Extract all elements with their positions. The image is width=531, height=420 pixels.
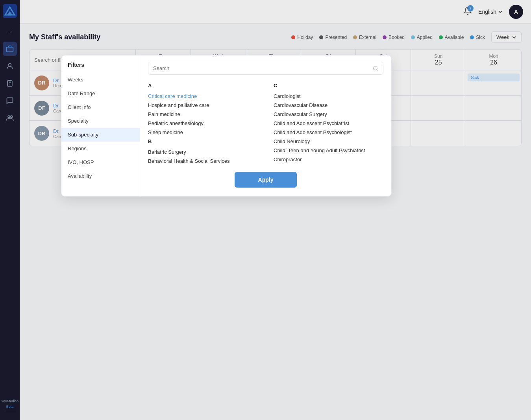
filter-item[interactable]: Sleep medicine bbox=[148, 128, 258, 137]
filter-title: Filters bbox=[61, 62, 140, 73]
filter-sidebar: Filters WeeksDate RangeClient InfoSpecia… bbox=[61, 55, 140, 196]
filter-sidebar-item-ivo--hosp[interactable]: IVO, HOSP bbox=[61, 155, 140, 169]
filter-layout: Filters WeeksDate RangeClient InfoSpecia… bbox=[61, 55, 391, 196]
filter-item[interactable]: Child, Teen and Young Adult Psychiatrist bbox=[274, 146, 383, 155]
apply-button[interactable]: Apply bbox=[235, 172, 297, 188]
filter-sidebar-item-client-info[interactable]: Client Info bbox=[61, 100, 140, 114]
svg-point-12 bbox=[374, 66, 377, 70]
filter-sidebar-item-regions[interactable]: Regions bbox=[61, 142, 140, 155]
filter-col-c: CCardiologistCardiovascular DiseaseCardi… bbox=[274, 81, 383, 166]
filter-sidebar-item-date-range[interactable]: Date Range bbox=[61, 87, 140, 100]
filter-columns: ACritical care medicineHospice and palli… bbox=[148, 81, 383, 166]
filter-item[interactable]: Child and Adolescent Psychiatrist bbox=[274, 119, 383, 128]
filter-sidebar-item-weeks[interactable]: Weeks bbox=[61, 73, 140, 87]
filter-footer: Apply bbox=[148, 166, 383, 190]
filter-item[interactable]: Pain medicine bbox=[148, 110, 258, 119]
filter-sidebar-item-availability[interactable]: Availability bbox=[61, 169, 140, 183]
filter-item[interactable]: Child and Adolescent Psychologist bbox=[274, 128, 383, 137]
filter-content: ACritical care medicineHospice and palli… bbox=[140, 55, 391, 196]
filter-item[interactable]: Pediatric anesthesiology bbox=[148, 119, 258, 128]
filter-item[interactable]: Hospice and palliative care bbox=[148, 101, 258, 110]
filter-item[interactable]: Cardiovascular Surgery bbox=[274, 110, 383, 119]
filter-item[interactable]: Cardiovascular Disease bbox=[274, 101, 383, 110]
filter-search-bar[interactable] bbox=[148, 62, 383, 75]
filter-item[interactable]: Critical care medicine bbox=[148, 92, 258, 101]
filter-col-ab: ACritical care medicineHospice and palli… bbox=[148, 81, 258, 166]
filter-item[interactable]: Chiropractor bbox=[274, 155, 383, 164]
filter-group-letter: C bbox=[274, 83, 383, 88]
filter-item[interactable]: Behavioral Health & Social Services bbox=[148, 157, 258, 166]
filter-sidebar-item-specialty[interactable]: Specialty bbox=[61, 114, 140, 128]
filter-sidebar-item-sub-specialty[interactable]: Sub-specialty bbox=[61, 128, 140, 142]
filter-search-input[interactable] bbox=[153, 65, 370, 71]
filter-item[interactable]: Cardiologist bbox=[274, 92, 383, 101]
filter-item[interactable]: Bariatric Surgery bbox=[148, 147, 258, 157]
svg-line-13 bbox=[377, 69, 378, 70]
filter-group-letter: A bbox=[148, 83, 258, 88]
filter-panel: Filters WeeksDate RangeClient InfoSpecia… bbox=[61, 55, 392, 197]
filter-item[interactable]: Child Neurology bbox=[274, 137, 383, 146]
filter-group-letter: B bbox=[148, 138, 258, 144]
